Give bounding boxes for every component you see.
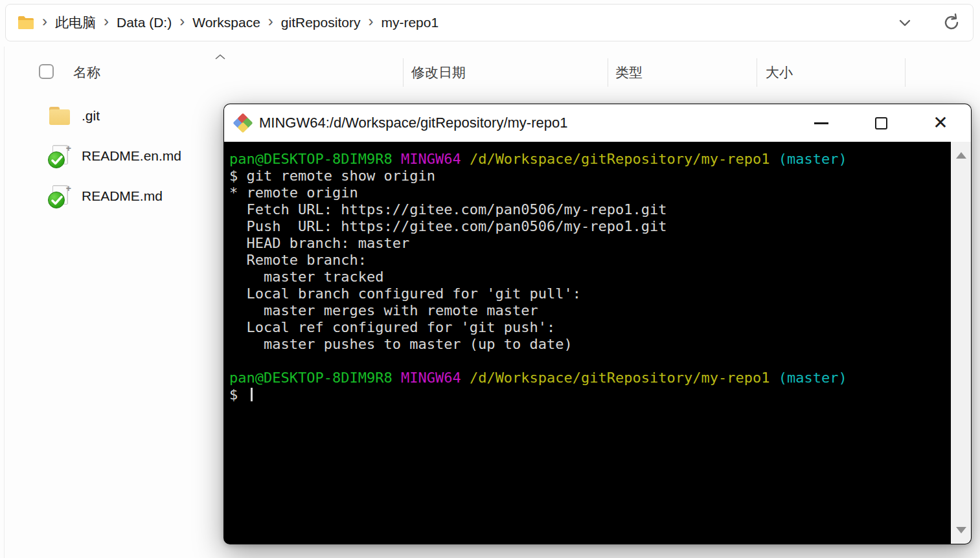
column-divider (608, 58, 608, 87)
terminal-title: MINGW64:/d/Workspace/gitRepository/my-re… (259, 115, 567, 131)
close-button[interactable]: ✕ (926, 108, 955, 138)
column-header-row: 名称 修改日期 类型 大小 (0, 54, 980, 89)
column-divider (403, 58, 404, 87)
maximize-button[interactable] (866, 108, 896, 138)
folder-icon (17, 16, 34, 30)
explorer-left-edge (4, 47, 5, 558)
terminal-line: Remote branch: (229, 252, 949, 269)
column-header-name[interactable]: 名称 (73, 63, 100, 82)
column-divider (757, 58, 757, 87)
column-header-type[interactable]: 类型 (615, 63, 643, 82)
breadcrumb-item[interactable]: my-repo1 (381, 15, 439, 30)
terminal-line: Local ref configured for 'git push': (229, 319, 949, 336)
refresh-icon[interactable] (942, 13, 961, 32)
terminal-line: master merges with remote master (229, 302, 949, 319)
minimize-icon (814, 122, 828, 124)
breadcrumb-chevron-icon[interactable]: › (42, 14, 47, 32)
maximize-icon (875, 117, 887, 129)
address-bar: › 此电脑 › Data (D:) › Workspace › gitRepos… (5, 4, 974, 41)
terminal-line: pan@DESKTOP-8DIM9R8 MINGW64 /d/Workspace… (229, 151, 949, 168)
git-uptodate-check-icon (48, 192, 65, 208)
scroll-up-icon[interactable] (956, 152, 966, 159)
column-header-date-modified[interactable]: 修改日期 (411, 63, 466, 82)
select-all-checkbox[interactable] (39, 64, 54, 79)
file-plus-overlay-icon: + (66, 143, 71, 153)
terminal-line: Local branch configured for 'git pull': (229, 285, 949, 302)
breadcrumb-item[interactable]: Data (D:) (117, 15, 172, 30)
column-header-size[interactable]: 大小 (766, 63, 793, 82)
breadcrumb-item[interactable]: Workspace (192, 15, 260, 30)
close-icon: ✕ (933, 114, 948, 132)
terminal-line (229, 353, 949, 370)
terminal-output: pan@DESKTOP-8DIM9R8 MINGW64 /d/Workspace… (229, 151, 949, 544)
terminal-title-bar[interactable]: MINGW64:/d/Workspace/gitRepository/my-re… (224, 104, 971, 142)
terminal-line: pan@DESKTOP-8DIM9R8 MINGW64 /d/Workspace… (229, 370, 949, 386)
breadcrumb-item[interactable]: gitRepository (281, 15, 361, 30)
terminal-cursor (251, 388, 253, 401)
terminal-line: HEAD branch: master (229, 235, 949, 252)
breadcrumb-chevron-icon[interactable]: › (104, 14, 109, 32)
chevron-down-icon[interactable] (895, 13, 915, 32)
scroll-down-icon[interactable] (956, 527, 966, 533)
breadcrumb: › 此电脑 › Data (D:) › Workspace › gitRepos… (34, 14, 439, 32)
file-name: .git (82, 108, 100, 124)
terminal-scrollbar[interactable] (951, 142, 971, 544)
breadcrumb-chevron-icon[interactable]: › (179, 14, 185, 32)
git-bash-icon[interactable] (234, 114, 252, 132)
breadcrumb-chevron-icon[interactable]: › (368, 14, 373, 32)
file-name: README.en.md (82, 148, 181, 164)
terminal-line: Push URL: https://gitee.com/pan0506/my-r… (229, 218, 949, 235)
file-name: README.md (82, 188, 163, 204)
terminal-body[interactable]: pan@DESKTOP-8DIM9R8 MINGW64 /d/Workspace… (224, 142, 971, 544)
terminal-line: * remote origin (229, 184, 949, 201)
column-divider (905, 58, 906, 87)
breadcrumb-item[interactable]: 此电脑 (55, 14, 96, 32)
terminal-line: master pushes to master (up to date) (229, 336, 949, 353)
file-plus-overlay-icon: + (66, 183, 71, 194)
terminal-line: master tracked (229, 269, 949, 285)
terminal-line: Fetch URL: https://gitee.com/pan0506/my-… (229, 201, 949, 218)
mingw64-terminal-window: MINGW64:/d/Workspace/gitRepository/my-re… (223, 104, 972, 544)
minimize-button[interactable] (806, 108, 836, 138)
window-controls: ✕ (806, 104, 971, 142)
terminal-line: $ (229, 386, 949, 403)
git-uptodate-check-icon (48, 151, 65, 168)
breadcrumb-chevron-icon[interactable]: › (268, 14, 273, 32)
sort-ascending-icon (214, 53, 227, 61)
terminal-line: $ git remote show origin (229, 168, 949, 184)
